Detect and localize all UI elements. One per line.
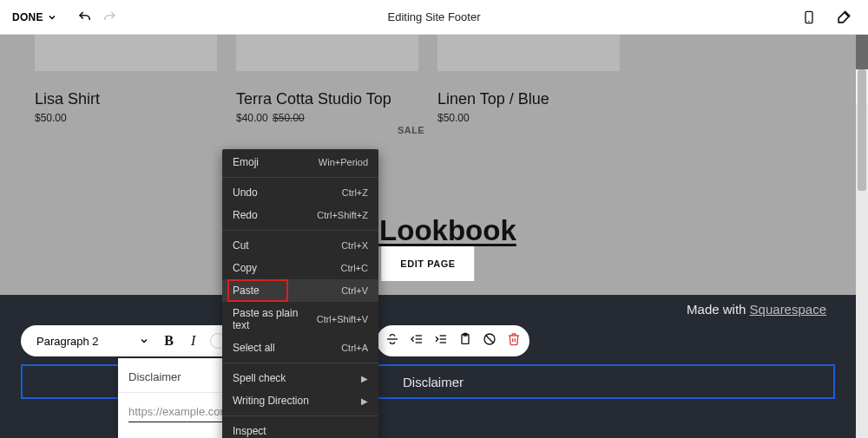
chevron-down-icon	[139, 336, 149, 346]
sale-badge: SALE	[398, 125, 424, 135]
footer-credit: Made with Squarespace	[687, 302, 826, 317]
chevron-down-icon	[47, 12, 57, 23]
ctx-undo[interactable]: UndoCtrl+Z	[222, 181, 378, 204]
paintbrush-icon	[835, 9, 852, 26]
clipboard-button[interactable]	[458, 332, 472, 350]
ctx-copy[interactable]: CopyCtrl+C	[222, 257, 378, 279]
paragraph-style-select[interactable]: Paragraph 2	[31, 331, 155, 351]
svg-line-12	[485, 335, 493, 343]
product-image	[35, 35, 217, 71]
canvas-light-region: Lisa Shirt $50.00 Terra Cotta Studio Top…	[0, 35, 856, 295]
done-label: DONE	[12, 11, 43, 23]
product-price: $50.00	[35, 112, 217, 124]
product-card[interactable]: Lisa Shirt $50.00	[35, 35, 217, 124]
product-price: $40.00 $50.00	[236, 112, 418, 124]
ctx-writing-direction[interactable]: Writing Direction▶	[222, 389, 378, 412]
done-button[interactable]: DONE	[12, 11, 57, 23]
chevron-right-icon: ▶	[361, 396, 368, 406]
ctx-emoji[interactable]: EmojiWin+Period	[222, 151, 378, 173]
no-icon	[483, 332, 496, 346]
indent-button[interactable]	[434, 332, 448, 350]
paragraph-style-label: Paragraph 2	[36, 335, 99, 348]
clear-format-button[interactable]	[483, 332, 496, 350]
product-image	[236, 35, 418, 71]
redo-icon	[102, 10, 117, 25]
ctx-select-all[interactable]: Select allCtrl+A	[222, 337, 378, 359]
trash-icon	[507, 332, 521, 346]
outdent-button[interactable]	[410, 332, 424, 350]
product-card[interactable]: Linen Top / Blue $50.00	[437, 35, 620, 124]
credit-prefix: Made with	[687, 302, 750, 317]
footer-text: Disclaimer	[403, 375, 464, 389]
italic-button[interactable]: I	[184, 331, 203, 350]
product-name: Linen Top / Blue	[437, 90, 620, 108]
sale-price: $40.00	[236, 112, 268, 124]
product-image	[437, 35, 620, 71]
redo-button[interactable]	[97, 5, 122, 29]
chevron-right-icon: ▶	[361, 374, 368, 383]
top-right-controls	[797, 5, 856, 29]
ctx-spell-check[interactable]: Spell check▶	[222, 367, 378, 389]
undo-icon	[77, 10, 93, 25]
ctx-cut[interactable]: CutCtrl+X	[222, 234, 378, 257]
product-price: $50.00	[437, 112, 620, 124]
product-name: Terra Cotta Studio Top	[236, 90, 418, 108]
product-grid: Lisa Shirt $50.00 Terra Cotta Studio Top…	[0, 35, 856, 124]
bold-button[interactable]: B	[160, 331, 179, 350]
top-bar: DONE Editing Site Footer	[0, 0, 868, 35]
strikethrough-button[interactable]	[385, 332, 399, 350]
edit-page-button[interactable]: EDIT PAGE	[381, 246, 474, 281]
strikethrough-icon	[385, 332, 399, 346]
editor-canvas: Lisa Shirt $50.00 Terra Cotta Studio Top…	[0, 35, 868, 438]
page-title: Editing Site Footer	[388, 10, 481, 23]
ctx-paste[interactable]: PasteCtrl+V	[222, 279, 378, 302]
credit-brand-link[interactable]: Squarespace	[750, 302, 826, 317]
product-card[interactable]: Terra Cotta Studio Top $40.00 $50.00	[236, 35, 418, 124]
text-toolbar-right	[377, 325, 529, 356]
scrollbar-thumb[interactable]	[858, 69, 866, 191]
ctx-redo[interactable]: RedoCtrl+Shift+Z	[222, 204, 378, 226]
orig-price: $50.00	[273, 112, 305, 124]
device-preview-button[interactable]	[797, 5, 821, 29]
clipboard-icon	[458, 332, 472, 346]
scrollbar[interactable]	[856, 69, 868, 438]
phone-icon	[802, 9, 816, 26]
delete-button[interactable]	[507, 332, 521, 350]
style-button[interactable]	[832, 5, 856, 29]
ctx-paste-plain[interactable]: Paste as plain textCtrl+Shift+V	[222, 302, 378, 337]
outdent-icon	[410, 332, 424, 346]
context-menu: EmojiWin+Period UndoCtrl+Z RedoCtrl+Shif…	[222, 149, 378, 438]
indent-icon	[434, 332, 448, 346]
ctx-inspect[interactable]: Inspect	[222, 420, 378, 438]
product-name: Lisa Shirt	[35, 90, 217, 108]
undo-button[interactable]	[73, 5, 97, 29]
